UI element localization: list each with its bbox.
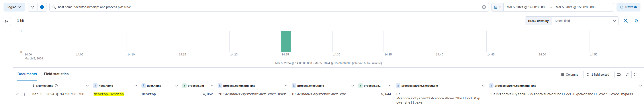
filter-button[interactable] [28, 3, 37, 11]
chevron-down-icon[interactable] [285, 85, 287, 86]
query-bar: logs-* ✕ Mar 5, 2024 @ 14:00:00.000 → Ma… [0, 0, 644, 14]
grid-display-controls [614, 71, 640, 78]
column-label: user.name [147, 84, 161, 88]
chevron-down-icon[interactable] [211, 85, 213, 86]
column-header-process-pid[interactable]: # process.pid [180, 82, 216, 90]
clock-icon [54, 84, 58, 88]
x-tick-label: 14:10 [128, 53, 135, 56]
chevron-down-icon[interactable] [351, 85, 354, 86]
hits-number: 1 [17, 19, 19, 22]
column-header-process-executable[interactable]: k process.executable [290, 82, 356, 90]
sidebar-rail [0, 14, 13, 112]
result-tabs: Documents Field statistics [17, 68, 69, 81]
cell-process-pid: 4,052 [180, 90, 216, 107]
column-header-process-command-line[interactable]: k process.command_line [216, 82, 290, 90]
discover-app: logs-* ✕ Mar 5, 2024 @ 14:00:00.000 → Ma… [0, 0, 644, 112]
keyword-field-icon: k [218, 84, 222, 88]
number-field-icon: # [358, 84, 363, 88]
keyword-field-icon: k [396, 84, 400, 88]
x-tick-label: 14:20 [230, 53, 238, 56]
search-input-wrap: ✕ [50, 3, 489, 12]
x-tick-label: 14:00 [24, 53, 32, 56]
chevron-down-icon [18, 6, 21, 8]
add-filter-button[interactable] [37, 3, 46, 11]
clear-query-button[interactable]: ✕ [482, 5, 486, 9]
data-view-label: logs-* [8, 5, 16, 9]
highlighted-value: desktop-02hdisp [94, 92, 124, 96]
time-range-end[interactable]: Mar 5, 2024 @ 15:00:00.000 [553, 5, 598, 9]
tab-field-statistics[interactable]: Field statistics [44, 68, 69, 81]
chart-toolbar: 1hit Break down by Select field ⚙ [13, 14, 644, 28]
edit-visualization-button[interactable] [622, 17, 629, 24]
x-gridline [24, 31, 24, 52]
time-annotation-line [427, 31, 427, 52]
keyword-field-icon: k [142, 84, 146, 88]
histogram-section: 1 0 14:0014:0514:1014:1514:2014:2514:301… [13, 28, 644, 68]
sort-fields-button[interactable]: 1 field sorted [583, 71, 612, 78]
column-label: process.pid [188, 84, 204, 88]
filter-controls [28, 3, 47, 12]
cell-user-name: Desktop [139, 90, 180, 107]
hits-label: hit [20, 19, 24, 22]
column-label: @timestamp [36, 84, 54, 88]
calendar-icon [494, 5, 498, 9]
keyword-field-icon: k [489, 84, 494, 88]
x-gridline [589, 31, 590, 52]
column-label: process.parent.command_line [494, 84, 536, 88]
time-range-start[interactable]: Mar 5, 2024 @ 14:00:00.000 [504, 5, 549, 9]
chevron-down-icon[interactable] [175, 85, 178, 86]
refresh-button[interactable]: Refresh [616, 3, 640, 12]
columns-list-icon [561, 73, 564, 76]
expand-sidebar-button[interactable] [2, 17, 11, 26]
chevron-down-icon[interactable] [639, 85, 642, 86]
chart-subtitle: Mar 5, 2024 @ 14:00:00.000 - Mar 5, 2024… [13, 62, 644, 65]
chevron-down-icon [613, 20, 616, 22]
histogram-plot[interactable]: 14:0014:0514:1014:1514:2014:2514:3014:35… [24, 30, 641, 52]
chevron-down-icon[interactable] [134, 85, 137, 86]
x-gridline [538, 31, 538, 52]
chevron-down-icon [499, 6, 501, 8]
cell-process-parent-pid: 5,644 [356, 90, 394, 107]
refresh-label: Refresh [626, 5, 637, 9]
x-gridline [435, 31, 435, 52]
column-label: process.command_line [223, 84, 256, 88]
cell-process-executable: C:\Windows\System32\net.exe [290, 90, 356, 107]
column-header-process-parent-executable[interactable]: k process.parent.executable [394, 82, 487, 90]
display-options-button[interactable] [623, 71, 631, 78]
results-toolbar: Documents Field statistics Columns 1 fie… [13, 68, 644, 81]
chevron-down-icon[interactable] [482, 85, 484, 86]
cell-process-parent-command-line: "C:\Windows\System32\WindowsPowerShell\v… [487, 90, 644, 107]
chevron-down-icon[interactable] [389, 85, 392, 86]
breakdown-select[interactable]: Select field [552, 17, 618, 25]
y-axis-tick-0: 0 [13, 50, 22, 54]
chart-options-button[interactable]: ⚙ [632, 17, 640, 24]
fullscreen-button[interactable] [631, 71, 640, 78]
column-header-host-name[interactable]: k host.name [91, 82, 139, 90]
sort-fields-label: 1 field sorted [592, 73, 609, 76]
data-view-picker[interactable]: logs-* [4, 3, 25, 12]
column-label: process.pa... [364, 84, 381, 88]
x-tick-label: 14:45 [487, 53, 494, 56]
search-icon [52, 5, 56, 9]
chevron-down-icon[interactable] [86, 85, 89, 86]
row-checkbox[interactable] [21, 93, 24, 96]
histogram-bar[interactable] [281, 31, 291, 52]
column-header-process-parent-pid[interactable]: # process.pa... [356, 82, 394, 90]
tab-documents[interactable]: Documents [17, 68, 37, 81]
expand-document-button[interactable] [16, 93, 19, 96]
keyboard-shortcuts-button[interactable] [614, 71, 623, 78]
column-header-timestamp[interactable]: @timestamp [30, 82, 91, 90]
date-picker-button[interactable] [492, 3, 504, 11]
x-tick-label: 14:55 [590, 53, 598, 56]
x-tick-label: 14:30 [333, 53, 340, 56]
keyboard-icon [617, 73, 621, 76]
breakdown-placeholder: Select field [555, 19, 612, 22]
column-header-process-parent-command-line[interactable]: k process.parent.command_line [487, 82, 644, 90]
x-axis-date-label: March 5, 2024 [24, 57, 43, 60]
column-header-user-name[interactable]: k user.name [139, 82, 180, 90]
panel-expand-icon [4, 20, 8, 24]
column-label: process.executable [297, 84, 324, 88]
columns-button[interactable]: Columns [558, 71, 581, 78]
column-label: process.parent.executable [402, 84, 438, 88]
search-input[interactable] [58, 5, 480, 9]
